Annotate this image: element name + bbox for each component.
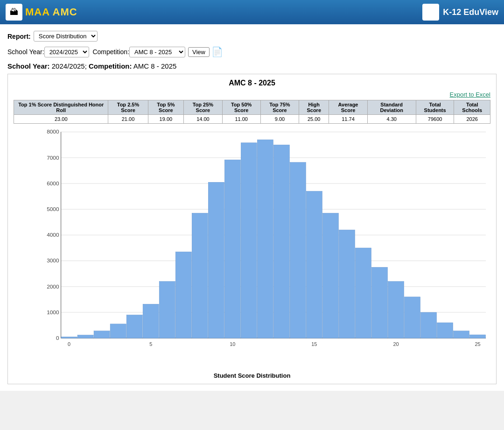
header-right: ⚙ K-12 EduView	[422, 4, 498, 21]
svg-text:0: 0	[68, 342, 70, 347]
competition-select[interactable]: AMC 8 - 2025	[129, 47, 185, 57]
col-top5: Top 5% Score	[148, 100, 184, 115]
val-top25pct: 14.00	[184, 115, 222, 124]
svg-rect-36	[322, 213, 338, 338]
svg-rect-21	[77, 335, 93, 338]
app-header: 🏔 MAA AMC ⚙ K-12 EduView	[0, 0, 504, 24]
val-avg: 11.74	[329, 115, 367, 124]
col-avg: Average Score	[329, 100, 367, 115]
col-stddev: Standard Deviation	[367, 100, 416, 115]
col-top50: Top 50% Score	[222, 100, 260, 115]
svg-rect-28	[192, 213, 208, 338]
svg-rect-20	[61, 337, 77, 338]
histogram-svg: 0100020003000400050006000700080000510152…	[37, 127, 490, 352]
svg-text:15: 15	[311, 342, 317, 347]
svg-rect-31	[241, 143, 257, 338]
svg-rect-43	[437, 323, 453, 338]
pdf-icon[interactable]: 📄	[211, 46, 223, 57]
filters-row: School Year: 2024/2025 Competition: AMC …	[7, 46, 497, 57]
svg-rect-32	[257, 140, 273, 338]
col-top25: Top 2.5% Score	[108, 100, 148, 115]
logo: 🏔 MAA AMC	[6, 4, 77, 21]
svg-text:8000: 8000	[47, 129, 59, 135]
svg-text:1000: 1000	[47, 309, 59, 315]
svg-rect-34	[290, 162, 306, 338]
val-top25: 21.00	[108, 115, 148, 124]
svg-text:6000: 6000	[47, 180, 59, 186]
view-button[interactable]: View	[188, 47, 210, 57]
svg-text:25: 25	[475, 342, 481, 347]
svg-rect-42	[420, 312, 436, 338]
svg-rect-26	[159, 282, 175, 338]
svg-rect-37	[339, 230, 355, 338]
val-students: 79600	[416, 115, 454, 124]
svg-rect-38	[355, 248, 371, 338]
svg-rect-35	[306, 191, 322, 338]
export-link[interactable]: Export to Excel	[14, 91, 490, 98]
svg-rect-29	[208, 182, 224, 338]
svg-rect-25	[143, 304, 159, 338]
val-high: 25.00	[299, 115, 329, 124]
svg-text:4000: 4000	[47, 232, 59, 238]
report-row: Report: Score Distribution	[7, 31, 497, 42]
val-top5: 19.00	[148, 115, 184, 124]
svg-rect-44	[454, 331, 469, 338]
svg-rect-33	[273, 145, 289, 338]
histogram-container: 0100020003000400050006000700080000510152…	[14, 127, 490, 370]
col-schools: Total Schools	[454, 100, 490, 115]
chart-title: AMC 8 - 2025	[14, 79, 490, 87]
svg-text:20: 20	[393, 342, 399, 347]
competition-label: Competition:	[92, 48, 129, 56]
main-content: Report: Score Distribution School Year: …	[0, 24, 504, 391]
table-data-row: 23.00 21.00 19.00 14.00 11.00 9.00 25.00…	[14, 115, 490, 124]
svg-rect-24	[126, 315, 142, 338]
svg-rect-39	[371, 267, 387, 338]
val-top75: 9.00	[260, 115, 299, 124]
svg-rect-23	[110, 324, 126, 338]
svg-rect-41	[404, 297, 420, 338]
school-year-label: School Year:	[7, 48, 44, 56]
svg-rect-27	[175, 252, 191, 338]
col-top75: Top 75% Score	[260, 100, 299, 115]
logo-text: MAA AMC	[25, 6, 77, 18]
info-comp-label: Competition:	[89, 62, 132, 70]
col-top1: Top 1% Score Distinguished Honor Roll	[14, 100, 108, 115]
report-select[interactable]: Score Distribution	[34, 31, 98, 42]
svg-rect-45	[470, 335, 486, 338]
svg-rect-40	[388, 282, 404, 338]
svg-text:5: 5	[149, 342, 152, 347]
svg-text:10: 10	[230, 342, 235, 347]
info-school-label: School Year:	[7, 62, 50, 70]
svg-text:5000: 5000	[47, 206, 59, 212]
info-school-value: 2024/2025	[52, 62, 85, 70]
svg-text:2000: 2000	[47, 283, 59, 289]
svg-text:3000: 3000	[47, 258, 59, 264]
val-schools: 2026	[454, 115, 490, 124]
info-row: School Year: 2024/2025; Competition: AMC…	[7, 62, 497, 70]
app-title: K-12 EduView	[443, 7, 498, 17]
val-stddev: 4.30	[367, 115, 416, 124]
svg-rect-22	[94, 331, 110, 338]
val-top50: 11.00	[222, 115, 260, 124]
info-comp-value: AMC 8 - 2025	[133, 62, 177, 70]
logo-icon: 🏔	[6, 4, 22, 21]
svg-rect-30	[224, 160, 240, 338]
table-header-row: Top 1% Score Distinguished Honor Roll To…	[14, 100, 490, 115]
svg-text:0: 0	[56, 335, 59, 341]
val-top1: 23.00	[14, 115, 108, 124]
chart-panel: AMC 8 - 2025 Export to Excel Top 1% Scor…	[7, 74, 497, 384]
col-top25pct: Top 25% Score	[184, 100, 222, 115]
x-axis-label: Student Score Distribution	[14, 372, 490, 379]
svg-text:7000: 7000	[47, 155, 59, 161]
report-label: Report:	[7, 33, 31, 40]
col-students: Total Students	[416, 100, 454, 115]
col-high: High Score	[299, 100, 329, 115]
stats-table: Top 1% Score Distinguished Honor Roll To…	[14, 100, 490, 124]
settings-icon[interactable]: ⚙	[422, 4, 439, 21]
school-year-select[interactable]: 2024/2025	[44, 47, 89, 57]
